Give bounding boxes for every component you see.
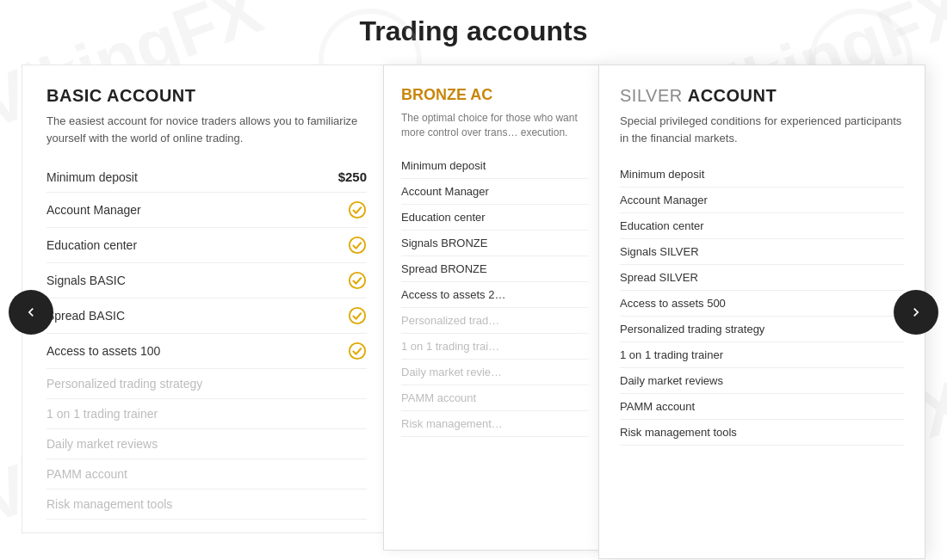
- check-icon: [348, 236, 367, 255]
- bronze-account-card: BRONZE AC The optimal choice for those w…: [383, 65, 607, 551]
- bronze-signals-row: Signals BRONZE: [401, 231, 589, 256]
- silver-personalized-label: Personalized trading strategy: [620, 323, 764, 335]
- basic-signals-label: Signals BASIC: [46, 274, 126, 287]
- next-arrow-button[interactable]: [894, 290, 938, 335]
- bronze-pamm-row: PAMM account: [401, 385, 589, 411]
- bronze-education-label: Education center: [401, 211, 486, 224]
- silver-signals-row: Signals SILVER: [620, 239, 904, 265]
- silver-card-desc: Special privileged conditions for experi…: [620, 113, 904, 146]
- bronze-spread-row: Spread BRONZE: [401, 256, 589, 282]
- basic-card-title: BASIC ACCOUNT: [46, 86, 367, 106]
- basic-pamm-row: PAMM account: [46, 459, 367, 489]
- silver-market-row: Daily market reviews: [620, 368, 904, 394]
- bronze-market-row: Daily market revie…: [401, 360, 589, 385]
- basic-spread-label: Spread BASIC: [46, 309, 125, 323]
- bronze-spread-label: Spread BRONZE: [401, 262, 487, 275]
- basic-min-deposit-row: Minimum deposit $250: [46, 162, 367, 193]
- silver-account-card: SILVER ACCOUNT Special privileged condit…: [598, 65, 925, 559]
- basic-risk-label: Risk management tools: [46, 497, 172, 511]
- silver-min-deposit-label: Minimum deposit: [620, 168, 704, 181]
- silver-min-deposit-row: Minimum deposit: [620, 162, 904, 188]
- basic-min-deposit-label: Minimum deposit: [46, 170, 138, 184]
- bronze-market-label: Daily market revie…: [401, 366, 502, 378]
- basic-min-deposit-value: $250: [338, 169, 367, 184]
- basic-market-reviews-row: Daily market reviews: [46, 429, 367, 459]
- right-arrow-icon: [907, 304, 925, 321]
- basic-personalized-label: Personalized trading strategy: [46, 377, 202, 391]
- check-icon: [348, 342, 367, 360]
- cards-area: BASIC ACCOUNT The easiest account for no…: [0, 65, 947, 559]
- silver-pamm-label: PAMM account: [620, 400, 695, 413]
- bronze-card-desc: The optimal choice for those who want mo…: [401, 111, 589, 141]
- basic-market-reviews-label: Daily market reviews: [46, 437, 158, 451]
- silver-market-label: Daily market reviews: [620, 374, 723, 387]
- silver-trainer-label: 1 on 1 trading trainer: [620, 348, 723, 361]
- bronze-signals-label: Signals BRONZE: [401, 237, 487, 249]
- basic-account-manager-row: Account Manager: [46, 193, 367, 228]
- page-title: Trading accounts: [0, 0, 947, 56]
- basic-pamm-label: PAMM account: [46, 467, 127, 481]
- silver-pamm-row: PAMM account: [620, 394, 904, 420]
- silver-education-label: Education center: [620, 219, 704, 232]
- basic-education-center-row: Education center: [46, 228, 367, 263]
- bronze-min-deposit-row: Minimum deposit: [401, 153, 589, 179]
- bronze-account-manager-label: Account Manager: [401, 185, 489, 198]
- silver-personalized-row: Personalized trading strategy: [620, 317, 904, 342]
- silver-card-title: SILVER ACCOUNT: [620, 86, 904, 106]
- silver-spread-label: Spread SILVER: [620, 271, 698, 284]
- bronze-assets-row: Access to assets 2…: [401, 282, 589, 308]
- silver-spread-row: Spread SILVER: [620, 265, 904, 291]
- bronze-risk-row: Risk management…: [401, 411, 589, 437]
- bronze-title-prefix: BRONZE AC: [401, 86, 492, 103]
- basic-account-card: BASIC ACCOUNT The easiest account for no…: [22, 65, 392, 533]
- check-icon: [348, 306, 367, 325]
- bronze-assets-label: Access to assets 2…: [401, 288, 505, 301]
- bronze-pamm-label: PAMM account: [401, 391, 476, 404]
- silver-assets-row: Access to assets 500: [620, 291, 904, 317]
- bronze-trainer-label: 1 on 1 trading trai…: [401, 340, 499, 353]
- svg-point-0: [350, 202, 365, 218]
- svg-point-4: [350, 343, 365, 359]
- silver-risk-row: Risk management tools: [620, 420, 904, 446]
- silver-account-manager-row: Account Manager: [620, 188, 904, 213]
- silver-title-plain: SILVER: [620, 86, 688, 105]
- basic-spread-row: Spread BASIC: [46, 298, 367, 334]
- check-icon: [348, 271, 367, 290]
- bronze-account-manager-row: Account Manager: [401, 179, 589, 205]
- basic-assets-row: Access to assets 100: [46, 334, 367, 369]
- bronze-risk-label: Risk management…: [401, 417, 503, 430]
- bronze-min-deposit-label: Minimum deposit: [401, 159, 486, 172]
- silver-assets-label: Access to assets 500: [620, 297, 726, 310]
- bronze-education-row: Education center: [401, 205, 589, 231]
- bronze-personalized-label: Personalized trad…: [401, 314, 499, 327]
- bronze-personalized-row: Personalized trad…: [401, 308, 589, 334]
- basic-assets-label: Access to assets 100: [46, 344, 160, 358]
- basic-account-manager-label: Account Manager: [46, 203, 141, 217]
- silver-trainer-row: 1 on 1 trading trainer: [620, 342, 904, 368]
- basic-education-center-label: Education center: [46, 238, 137, 252]
- silver-signals-label: Signals SILVER: [620, 245, 699, 258]
- svg-point-1: [350, 237, 365, 253]
- basic-trainer-row: 1 on 1 trading trainer: [46, 399, 367, 429]
- silver-education-row: Education center: [620, 213, 904, 239]
- svg-point-2: [350, 273, 365, 288]
- prev-arrow-button[interactable]: [9, 290, 53, 335]
- silver-title-bold: ACCOUNT: [688, 86, 777, 105]
- silver-account-manager-label: Account Manager: [620, 194, 708, 206]
- check-icon: [348, 200, 367, 219]
- svg-point-3: [350, 308, 365, 323]
- bronze-card-title: BRONZE AC: [401, 86, 589, 104]
- basic-personalized-row: Personalized trading strategy: [46, 369, 367, 399]
- basic-trainer-label: 1 on 1 trading trainer: [46, 407, 158, 421]
- bronze-trainer-row: 1 on 1 trading trai…: [401, 334, 589, 360]
- left-arrow-icon: [22, 304, 40, 321]
- basic-risk-row: Risk management tools: [46, 489, 367, 520]
- basic-signals-row: Signals BASIC: [46, 263, 367, 298]
- silver-risk-label: Risk management tools: [620, 426, 737, 439]
- basic-card-desc: The easiest account for novice traders a…: [46, 113, 367, 146]
